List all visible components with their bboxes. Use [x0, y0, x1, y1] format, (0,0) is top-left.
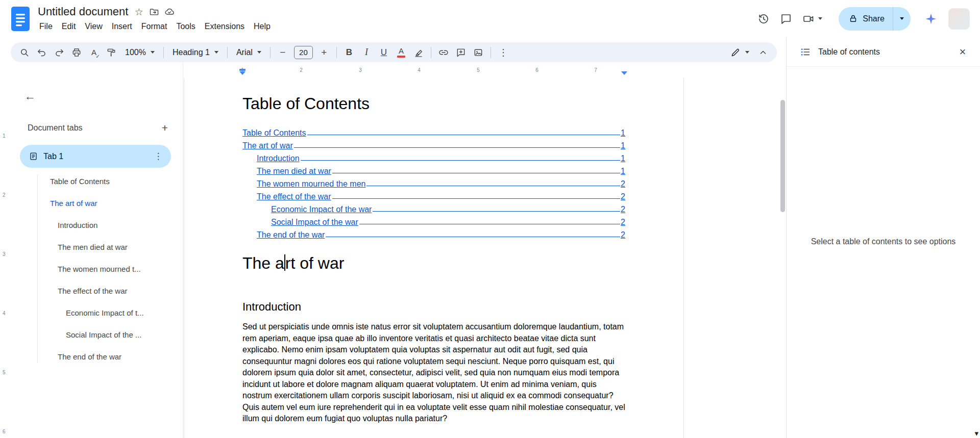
section-heading[interactable]: The art of war	[242, 253, 625, 273]
paragraph-style-select[interactable]: Heading 1	[167, 44, 224, 61]
increase-font-size-button[interactable]: +	[315, 44, 333, 61]
toc-entry[interactable]: Social Impact of the war 2	[242, 214, 625, 227]
toc-entry[interactable]: The women mourned the men 2	[242, 176, 625, 189]
move-folder-icon[interactable]	[146, 4, 162, 19]
menu-item[interactable]: Edit	[57, 21, 81, 32]
toc-entry-page-number[interactable]: 2	[621, 230, 625, 240]
print-icon[interactable]	[68, 44, 85, 61]
toc-entry[interactable]: Table of Contents 1	[242, 125, 625, 138]
toc-entry-label[interactable]: The end of the war	[257, 230, 325, 240]
toc-entry-page-number[interactable]: 1	[621, 128, 625, 138]
bold-button[interactable]: B	[340, 44, 358, 61]
insert-image-button[interactable]	[470, 44, 487, 61]
toc-entry[interactable]: The men died at war 1	[242, 163, 625, 176]
outline-item[interactable]: The effect of the war	[9, 280, 183, 302]
toc-entry-label[interactable]: Table of Contents	[242, 128, 306, 138]
share-button[interactable]: Share	[839, 7, 893, 31]
more-options-button[interactable]: ⋮	[495, 44, 512, 61]
search-icon[interactable]	[16, 44, 33, 61]
menu-item[interactable]: Tools	[172, 21, 200, 32]
decrease-font-size-button[interactable]: −	[274, 44, 291, 61]
outline-item[interactable]: The women mourned t...	[9, 258, 183, 280]
tab-item-tab1[interactable]: Tab 1 ⋮	[20, 145, 171, 168]
spellcheck-icon[interactable]: A ✓	[85, 44, 103, 61]
text-color-button[interactable]: A	[393, 44, 410, 61]
toc-entry[interactable]: Economic Impact of the war 2	[242, 201, 625, 214]
underline-button[interactable]: U	[375, 44, 393, 61]
font-size-input[interactable]: 20	[294, 46, 313, 59]
docs-logo-icon[interactable]	[11, 7, 30, 31]
toc-entry-label[interactable]: The effect of the war	[257, 192, 331, 201]
vertical-scrollbar-thumb[interactable]	[780, 100, 785, 212]
comment-icon[interactable]	[775, 8, 797, 30]
outline-item[interactable]: Social Impact of the ...	[9, 324, 183, 346]
toc-entry[interactable]: The effect of the war 2	[242, 189, 625, 201]
outline-item[interactable]: Table of Contents	[9, 170, 183, 192]
highlight-color-button[interactable]	[410, 44, 427, 61]
body-paragraph[interactable]: Sed ut perspiciatis unde omnis iste natu…	[242, 321, 625, 425]
menu-item[interactable]: Insert	[107, 21, 137, 32]
redo-icon[interactable]	[51, 44, 68, 61]
toc-entry-page-number[interactable]: 1	[621, 141, 625, 150]
tab-options-icon[interactable]: ⋮	[151, 149, 166, 164]
editing-mode-select[interactable]	[725, 44, 754, 61]
insert-link-button[interactable]	[435, 44, 452, 61]
right-indent-triangle[interactable]	[621, 71, 627, 75]
menu-item[interactable]: File	[35, 21, 57, 32]
toc-entry[interactable]: The art of war 1	[242, 138, 625, 150]
paint-format-icon[interactable]	[103, 44, 120, 61]
toc-entry-label[interactable]: The men died at war	[257, 167, 331, 176]
gemini-sparkle-icon[interactable]	[920, 8, 942, 30]
menu-item[interactable]: Format	[137, 21, 172, 32]
left-indent-triangle[interactable]	[239, 71, 246, 75]
cloud-saved-icon[interactable]	[162, 4, 177, 19]
back-arrow-icon[interactable]: ←	[20, 86, 40, 107]
toc-entry-page-number[interactable]: 2	[621, 218, 625, 227]
ruler-number: 5	[3, 370, 6, 375]
menu-item[interactable]: Extensions	[200, 21, 249, 32]
menu-item[interactable]: View	[80, 21, 107, 32]
toc-entry[interactable]: The end of the war 2	[242, 227, 625, 240]
sub-heading[interactable]: Introduction	[242, 300, 625, 314]
toc-entry-page-number[interactable]: 2	[621, 205, 625, 214]
add-tab-button[interactable]: +	[156, 119, 174, 137]
toc-entry-label[interactable]: The art of war	[242, 141, 293, 150]
avatar[interactable]	[948, 8, 970, 30]
outline-item[interactable]: Introduction	[9, 214, 183, 236]
add-comment-button[interactable]	[452, 44, 470, 61]
close-icon[interactable]: ×	[952, 42, 973, 62]
left-indent-marker[interactable]	[239, 69, 246, 75]
toc-entry-page-number[interactable]: 1	[621, 167, 625, 176]
document-title[interactable]: Untitled document	[37, 5, 131, 18]
undo-icon[interactable]	[33, 44, 51, 61]
first-line-indent-marker[interactable]	[239, 69, 246, 71]
join-call-control[interactable]	[797, 13, 827, 25]
italic-button[interactable]: I	[358, 44, 375, 61]
toc-entry[interactable]: Introduction 1	[242, 150, 625, 163]
outline-item[interactable]: The end of the war	[9, 346, 183, 368]
hide-menus-button[interactable]	[754, 44, 772, 61]
menu-item[interactable]: Help	[249, 21, 275, 32]
toc-entry-page-number[interactable]: 2	[621, 192, 625, 201]
toc-entry-page-number[interactable]: 1	[621, 154, 625, 163]
outline-item[interactable]: The men died at war	[9, 236, 183, 258]
toc-entry-page-number[interactable]: 2	[621, 179, 625, 189]
toolbar-divider	[491, 47, 491, 58]
font-select[interactable]: Arial	[231, 44, 266, 61]
outline-item[interactable]: Economic Impact of t...	[9, 302, 183, 324]
share-options-button[interactable]	[893, 7, 911, 31]
toc-heading[interactable]: Table of Contents	[242, 93, 625, 114]
outline-item[interactable]: The art of war	[9, 192, 183, 214]
panel-empty-message: Select a table of contents to see option…	[787, 237, 980, 246]
star-icon[interactable]: ☆	[131, 4, 146, 19]
toc-entry-label[interactable]: Introduction	[257, 154, 300, 163]
zoom-select[interactable]: 100%	[120, 44, 160, 61]
toc-entry-label[interactable]: Social Impact of the war	[271, 218, 358, 227]
toc-entry-label[interactable]: Economic Impact of the war	[271, 205, 372, 214]
right-indent-marker[interactable]	[621, 71, 627, 75]
document-page[interactable]: Table of Contents Table of Contents 1 Th…	[184, 78, 684, 438]
tab-document-icon	[29, 152, 38, 161]
version-history-icon[interactable]	[752, 8, 775, 30]
document-canvas[interactable]: 1 2 3 4 5 6 7 Table of Contents Table of…	[183, 62, 786, 438]
toc-entry-label[interactable]: The women mourned the men	[257, 179, 365, 189]
